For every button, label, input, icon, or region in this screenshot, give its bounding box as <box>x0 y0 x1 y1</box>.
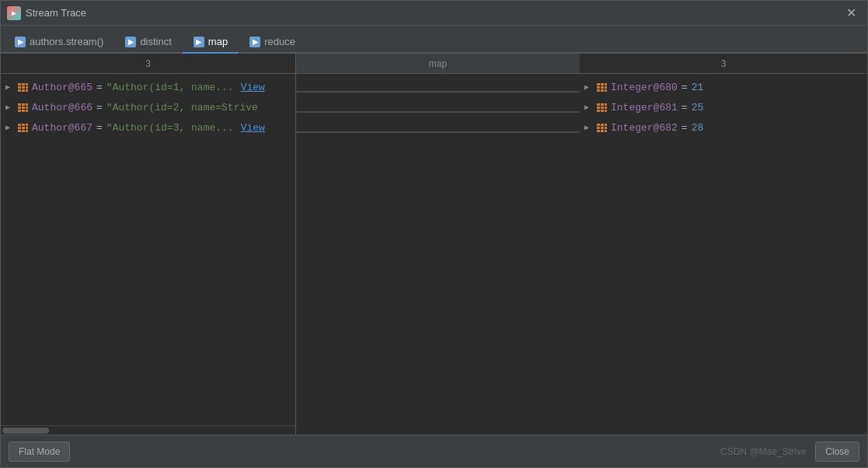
list-icon-r3 <box>596 122 607 133</box>
stream-trace-window: ▶ Stream Trace ✕ ▶ authors.stream() ▶ di… <box>0 0 868 468</box>
tab-icon-map: ▶ <box>193 37 204 47</box>
table-row[interactable]: ▶ Integ <box>580 97 867 117</box>
expand-arrow-3[interactable]: ▶ <box>5 123 13 132</box>
list-icon-2 <box>17 102 28 113</box>
left-pane-header: 3 <box>1 54 295 74</box>
list-icon-r2 <box>596 102 607 113</box>
expand-arrow-2[interactable]: ▶ <box>5 103 13 112</box>
svg-rect-26 <box>26 130 28 132</box>
table-row[interactable]: ▶ Autho <box>1 97 295 117</box>
bottom-bar: Flat Mode CSDN @Mae_Strive Close <box>1 435 867 467</box>
svg-rect-13 <box>22 107 25 109</box>
svg-rect-20 <box>26 124 28 126</box>
svg-rect-41 <box>605 103 607 106</box>
tab-icon-reduce: ▶ <box>249 37 260 47</box>
tab-label-reduce: reduce <box>264 36 295 47</box>
svg-rect-42 <box>597 107 600 109</box>
scrollbar-track <box>2 428 294 434</box>
svg-rect-18 <box>18 124 21 126</box>
watermark-text: CSDN @Mae_Strive <box>720 446 806 457</box>
list-icon-1 <box>17 82 28 93</box>
tab-label-map: map <box>208 36 228 47</box>
svg-rect-1 <box>22 83 25 86</box>
svg-rect-22 <box>22 127 25 129</box>
row-key-3: Author@667 <box>32 122 92 134</box>
row-link-1[interactable]: View <box>241 82 265 93</box>
close-bottom-button[interactable]: Close <box>815 442 859 462</box>
left-pane-scrollbar[interactable] <box>1 425 295 435</box>
tab-authors-stream[interactable]: ▶ authors.stream() <box>4 31 114 54</box>
svg-rect-43 <box>601 107 604 109</box>
svg-rect-3 <box>18 86 21 89</box>
left-pane-body: ▶ Autho <box>1 74 295 425</box>
tab-label-distinct: distinct <box>140 36 171 47</box>
svg-rect-36 <box>597 89 600 92</box>
table-row[interactable]: ▶ Autho <box>1 77 295 97</box>
svg-rect-19 <box>22 124 25 126</box>
expand-arrow-1[interactable]: ▶ <box>5 82 13 92</box>
svg-rect-31 <box>601 83 604 86</box>
title-bar-left: ▶ Stream Trace <box>7 6 86 20</box>
svg-rect-35 <box>605 86 607 89</box>
tab-map[interactable]: ▶ map <box>183 31 239 54</box>
svg-rect-39 <box>597 103 600 106</box>
left-pane: 3 ▶ <box>1 54 296 435</box>
svg-rect-6 <box>18 89 21 92</box>
svg-rect-48 <box>597 124 600 126</box>
svg-rect-9 <box>18 103 21 106</box>
tab-label-authors-stream: authors.stream() <box>30 36 103 47</box>
svg-rect-52 <box>601 127 604 129</box>
tab-distinct[interactable]: ▶ distinct <box>114 31 182 54</box>
expand-arrow-r2[interactable]: ▶ <box>584 103 592 112</box>
row-eq-2: = <box>96 102 103 114</box>
expand-arrow-r1[interactable]: ▶ <box>584 82 592 92</box>
svg-rect-33 <box>597 86 600 89</box>
mapping-arrows <box>296 82 580 144</box>
tab-reduce[interactable]: ▶ reduce <box>239 31 306 54</box>
row-link-3[interactable]: View <box>241 122 265 134</box>
table-row[interactable]: ▶ Integ <box>580 117 867 138</box>
svg-rect-54 <box>597 130 600 132</box>
right-pane-body: ▶ Integ <box>580 74 867 435</box>
scrollbar-thumb[interactable] <box>2 428 49 434</box>
svg-rect-17 <box>26 110 28 112</box>
svg-rect-56 <box>605 130 607 132</box>
table-row[interactable]: ▶ Integ <box>580 77 867 97</box>
bottom-right: CSDN @Mae_Strive Close <box>720 442 859 462</box>
svg-rect-40 <box>601 103 604 106</box>
table-row[interactable]: ▶ Autho <box>1 117 295 138</box>
svg-rect-15 <box>18 110 21 112</box>
row-val-2: "Author(id=2, name=Strive <box>106 102 258 114</box>
svg-rect-25 <box>22 130 25 132</box>
row-key-r3: Integer@682 <box>611 122 678 134</box>
svg-rect-12 <box>18 107 21 109</box>
center-pane-label: map <box>296 54 580 74</box>
row-key-r1: Integer@680 <box>611 82 678 93</box>
right-pane-header: 3 <box>580 54 867 74</box>
svg-rect-21 <box>18 127 21 129</box>
svg-rect-23 <box>26 127 28 129</box>
svg-rect-32 <box>605 83 607 86</box>
expand-arrow-r3[interactable]: ▶ <box>584 123 592 132</box>
row-key-2: Author@666 <box>32 102 92 114</box>
svg-rect-30 <box>597 83 600 86</box>
center-pane: map <box>296 54 580 435</box>
svg-rect-55 <box>601 130 604 132</box>
right-pane: 3 ▶ <box>580 54 867 435</box>
flat-mode-button[interactable]: Flat Mode <box>9 442 70 462</box>
row-eq-r3: = <box>682 122 688 134</box>
svg-rect-5 <box>26 86 28 89</box>
svg-rect-38 <box>605 89 607 92</box>
list-icon-3 <box>17 122 28 133</box>
row-key-1: Author@665 <box>32 82 92 93</box>
row-val-r2: 25 <box>692 102 704 114</box>
list-icon-r1 <box>596 82 607 93</box>
row-val-3: "Author(id=3, name... <box>106 122 234 134</box>
svg-rect-46 <box>601 110 604 112</box>
window-close-button[interactable]: ✕ <box>842 4 861 22</box>
row-eq-r1: = <box>682 82 688 93</box>
svg-rect-2 <box>26 83 28 86</box>
svg-rect-34 <box>601 86 604 89</box>
svg-rect-37 <box>601 89 604 92</box>
row-val-r1: 21 <box>692 82 704 93</box>
